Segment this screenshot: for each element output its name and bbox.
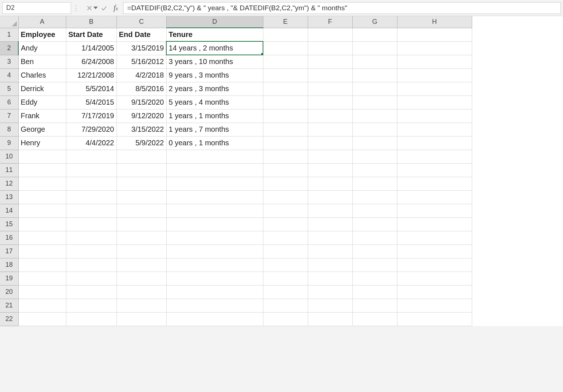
- cell-B22[interactable]: [66, 312, 116, 326]
- cell-E12[interactable]: [263, 177, 308, 190]
- cell-A4[interactable]: Charles: [18, 68, 66, 82]
- cell-E16[interactable]: [263, 231, 308, 244]
- cell-H6[interactable]: [397, 96, 472, 109]
- cell-D11[interactable]: [166, 163, 263, 177]
- cell-B11[interactable]: [66, 163, 116, 177]
- cell-B7[interactable]: 7/17/2019: [66, 109, 116, 123]
- cell-A21[interactable]: [18, 299, 66, 312]
- cell-F16[interactable]: [308, 231, 352, 244]
- cell-D17[interactable]: [166, 244, 263, 258]
- cell-C10[interactable]: [116, 150, 166, 163]
- formula-input[interactable]: [123, 2, 561, 14]
- cell-C21[interactable]: [116, 299, 166, 312]
- cell-G12[interactable]: [352, 177, 397, 190]
- spreadsheet-grid[interactable]: ABCDEFGH1EmployeeStart DateEnd DateTenur…: [0, 16, 472, 326]
- cell-F17[interactable]: [308, 244, 352, 258]
- cell-F22[interactable]: [308, 312, 352, 326]
- cancel-formula-button[interactable]: [82, 2, 97, 14]
- row-header-7[interactable]: 7: [0, 109, 18, 123]
- cell-G20[interactable]: [352, 285, 397, 299]
- column-header-E[interactable]: E: [263, 16, 308, 28]
- expand-formula-icon[interactable]: ⋮: [73, 4, 78, 12]
- cell-G18[interactable]: [352, 258, 397, 272]
- cell-A6[interactable]: Eddy: [18, 96, 66, 109]
- cell-E2[interactable]: [263, 41, 308, 55]
- cell-H14[interactable]: [397, 204, 472, 217]
- cell-H13[interactable]: [397, 190, 472, 204]
- row-header-6[interactable]: 6: [0, 96, 18, 109]
- cell-B8[interactable]: 7/29/2020: [66, 123, 116, 136]
- cell-B16[interactable]: [66, 231, 116, 244]
- cell-C11[interactable]: [116, 163, 166, 177]
- cell-D9[interactable]: 0 years , 1 months: [166, 136, 263, 150]
- cell-H17[interactable]: [397, 244, 472, 258]
- cell-F5[interactable]: [308, 82, 352, 96]
- cell-G16[interactable]: [352, 231, 397, 244]
- cell-F2[interactable]: [308, 41, 352, 55]
- cell-E13[interactable]: [263, 190, 308, 204]
- cell-C19[interactable]: [116, 272, 166, 285]
- cell-D10[interactable]: [166, 150, 263, 163]
- cell-A20[interactable]: [18, 285, 66, 299]
- cell-D12[interactable]: [166, 177, 263, 190]
- cell-G7[interactable]: [352, 109, 397, 123]
- row-header-5[interactable]: 5: [0, 82, 18, 96]
- cell-B13[interactable]: [66, 190, 116, 204]
- cell-B3[interactable]: 6/24/2008: [66, 55, 116, 68]
- cell-E20[interactable]: [263, 285, 308, 299]
- cell-G3[interactable]: [352, 55, 397, 68]
- cell-C20[interactable]: [116, 285, 166, 299]
- row-header-3[interactable]: 3: [0, 55, 18, 68]
- cell-B4[interactable]: 12/21/2008: [66, 68, 116, 82]
- cell-A2[interactable]: Andy: [18, 41, 66, 55]
- cell-A22[interactable]: [18, 312, 66, 326]
- cell-E8[interactable]: [263, 123, 308, 136]
- cell-A10[interactable]: [18, 150, 66, 163]
- cell-D13[interactable]: [166, 190, 263, 204]
- cell-A3[interactable]: Ben: [18, 55, 66, 68]
- row-header-2[interactable]: 2: [0, 41, 18, 55]
- cell-D2[interactable]: 14 years , 2 months: [166, 41, 263, 55]
- cell-B2[interactable]: 1/14/2005: [66, 41, 116, 55]
- row-header-21[interactable]: 21: [0, 299, 18, 312]
- cell-G4[interactable]: [352, 68, 397, 82]
- cell-B17[interactable]: [66, 244, 116, 258]
- cell-F9[interactable]: [308, 136, 352, 150]
- cell-G19[interactable]: [352, 272, 397, 285]
- cell-F19[interactable]: [308, 272, 352, 285]
- row-header-9[interactable]: 9: [0, 136, 18, 150]
- cell-H3[interactable]: [397, 55, 472, 68]
- column-header-H[interactable]: H: [397, 16, 472, 28]
- cell-E10[interactable]: [263, 150, 308, 163]
- row-header-11[interactable]: 11: [0, 163, 18, 177]
- cell-B18[interactable]: [66, 258, 116, 272]
- cell-H9[interactable]: [397, 136, 472, 150]
- cell-H2[interactable]: [397, 41, 472, 55]
- cell-A15[interactable]: [18, 217, 66, 231]
- name-box-container[interactable]: [2, 2, 71, 14]
- cell-D4[interactable]: 9 years , 3 months: [166, 68, 263, 82]
- cell-B21[interactable]: [66, 299, 116, 312]
- cell-C15[interactable]: [116, 217, 166, 231]
- cell-H19[interactable]: [397, 272, 472, 285]
- cell-F7[interactable]: [308, 109, 352, 123]
- cell-C2[interactable]: 3/15/2019: [116, 41, 166, 55]
- cell-B19[interactable]: [66, 272, 116, 285]
- cell-B5[interactable]: 5/5/2014: [66, 82, 116, 96]
- cell-D18[interactable]: [166, 258, 263, 272]
- cell-F12[interactable]: [308, 177, 352, 190]
- cell-G13[interactable]: [352, 190, 397, 204]
- cell-E6[interactable]: [263, 96, 308, 109]
- row-header-1[interactable]: 1: [0, 28, 18, 41]
- cell-A17[interactable]: [18, 244, 66, 258]
- select-all-corner[interactable]: [0, 16, 18, 28]
- cell-H5[interactable]: [397, 82, 472, 96]
- cell-A16[interactable]: [18, 231, 66, 244]
- column-header-D[interactable]: D: [166, 16, 263, 28]
- row-header-13[interactable]: 13: [0, 190, 18, 204]
- cell-A19[interactable]: [18, 272, 66, 285]
- cell-B12[interactable]: [66, 177, 116, 190]
- cell-A12[interactable]: [18, 177, 66, 190]
- row-header-19[interactable]: 19: [0, 272, 18, 285]
- cell-C18[interactable]: [116, 258, 166, 272]
